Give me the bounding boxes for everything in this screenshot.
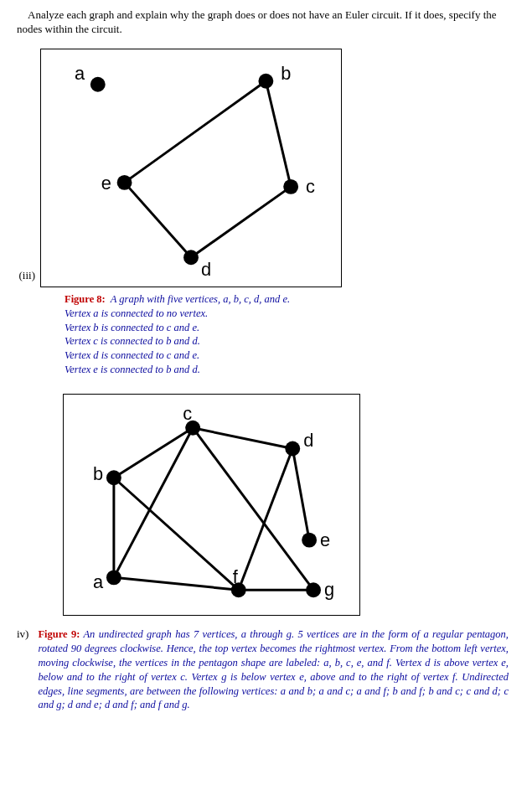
figure-9-graph: a b c d e f g (63, 394, 360, 616)
vertex-c-label: c (306, 176, 315, 197)
vertex-a-node (90, 77, 106, 92)
vertex-b-node (106, 470, 121, 485)
figure-8-label: Figure 8: (65, 293, 106, 305)
vertex-e-label: e (320, 529, 330, 550)
vertex-g-node (306, 582, 321, 597)
vertex-c-label: c (183, 403, 192, 424)
vertex-c-node (283, 179, 298, 194)
vertex-d-label: d (201, 259, 211, 280)
vertex-g-label: g (324, 579, 334, 600)
vertex-d-node (183, 250, 199, 265)
figure-9-caption: Figure 9: An undirected graph has 7 vert… (38, 627, 515, 712)
figure-9-label: Figure 9: (38, 628, 80, 640)
vertex-b-label: b (281, 63, 291, 84)
svg-line-1 (191, 187, 291, 257)
svg-line-0 (266, 81, 291, 187)
svg-line-7 (114, 478, 239, 590)
figure-8-graph: a b c d e (40, 49, 342, 287)
vertex-f-label: f (233, 566, 239, 587)
list-marker-iii: (iii) (17, 269, 40, 282)
svg-line-11 (292, 449, 309, 540)
svg-line-12 (239, 449, 293, 591)
question-prompt: Analyze each graph and explain why the g… (17, 8, 515, 37)
vertex-d-node (285, 441, 300, 457)
vertex-a-label: a (75, 63, 85, 84)
vertex-a-node (106, 570, 121, 585)
vertex-e-node (117, 175, 132, 190)
figure-8-caption: Figure 8: A graph with five vertices, a,… (65, 292, 515, 377)
svg-line-5 (114, 428, 193, 578)
svg-line-3 (125, 81, 266, 183)
svg-line-2 (125, 183, 191, 257)
vertex-e-node (302, 533, 317, 548)
list-marker-iv: iv) (17, 627, 34, 641)
svg-line-6 (114, 577, 239, 590)
vertex-d-label: d (303, 430, 313, 451)
vertex-b-node (258, 74, 273, 89)
vertex-b-label: b (93, 463, 103, 484)
vertex-e-label: e (101, 173, 111, 194)
vertex-a-label: a (93, 571, 104, 592)
svg-line-9 (193, 428, 292, 449)
